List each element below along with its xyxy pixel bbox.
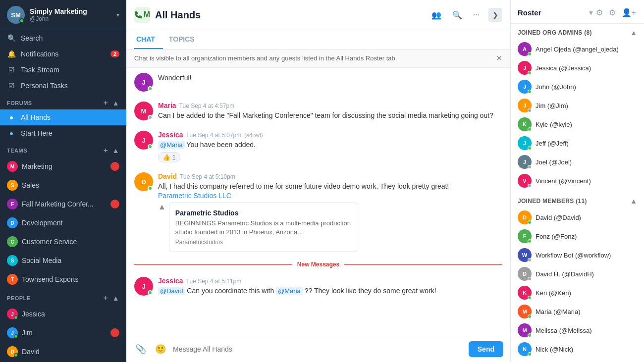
- roster-panel: Roster ▾ ⚙ ⚙ 👤+ JOINED ORG ADMINS (8) ▲ …: [510, 0, 644, 362]
- msg-body-david: David Tue Sep 4 at 5:10pm All, I had thi…: [158, 172, 502, 252]
- new-messages-divider: New Messages: [126, 257, 510, 272]
- msg-body-maria: Maria Tue Sep 4 at 4:57pm Can I be added…: [158, 102, 502, 121]
- dot-david-r: [528, 220, 532, 224]
- reaction-thumbs-up[interactable]: 👍 1: [158, 150, 502, 162]
- link-preview-card: Parametric Studios BEGINNINGS Parametric…: [169, 203, 357, 252]
- forums-section-title: FORUMS: [7, 100, 99, 106]
- message-group-maria: M Maria Tue Sep 4 at 4:57pm Can I be add…: [126, 97, 510, 126]
- message-group-wonderful: J Wonderful!: [126, 68, 510, 97]
- tab-topics[interactable]: TOPICS: [167, 30, 203, 49]
- sidebar-item-start-here[interactable]: ● Start Here: [0, 125, 126, 141]
- name-davidh: David H. (@DavidH): [536, 270, 594, 278]
- name-jessica-r: Jessica (@Jessica): [536, 64, 591, 72]
- people-add-button[interactable]: ＋: [102, 294, 109, 303]
- message-input[interactable]: [173, 345, 464, 353]
- personal-task-icon: ☑: [7, 82, 16, 90]
- roster-member-davidh: D David H. (@DavidH): [518, 264, 637, 283]
- sidebar-item-sales[interactable]: S Sales: [0, 176, 126, 195]
- sidebar-item-notifications[interactable]: 🔔 Notifications 2: [0, 46, 126, 62]
- sidebar-item-social-media[interactable]: S Social Media: [0, 251, 126, 270]
- sidebar-item-personal-tasks[interactable]: ☑ Personal Tasks: [0, 78, 126, 94]
- roster-select[interactable]: Roster: [518, 8, 589, 17]
- org-name: Simply Marketing: [30, 7, 116, 15]
- teams-collapse-button[interactable]: ▲: [112, 147, 119, 155]
- roster-add-button[interactable]: 👤+: [621, 7, 637, 18]
- msg-avatar-wonderful: J: [134, 73, 153, 92]
- chevron-roster-icon: ▾: [589, 8, 593, 17]
- new-messages-label: New Messages: [297, 261, 339, 268]
- emoji-button[interactable]: 🙂: [153, 342, 168, 357]
- expand-panel-button[interactable]: ❯: [488, 8, 502, 22]
- avatar-joel: J: [518, 155, 532, 169]
- msg-avatar-david: D: [134, 172, 153, 191]
- preview-toggle-button[interactable]: ▲: [158, 203, 166, 211]
- tab-chat[interactable]: CHAT: [134, 30, 163, 49]
- people-icon-button[interactable]: 👥: [429, 8, 443, 22]
- roster-member-ken: K Ken (@Ken): [518, 283, 637, 302]
- more-options-button[interactable]: ···: [471, 8, 482, 21]
- link-preview-url[interactable]: Parametric Studios LLC: [158, 192, 502, 200]
- msg-author-maria: Maria: [158, 102, 176, 109]
- name-maria-r: Maria (@Maria): [536, 308, 580, 315]
- jim-status: [14, 334, 18, 338]
- dot-davidh: [528, 277, 532, 281]
- attach-button[interactable]: 📎: [133, 342, 148, 357]
- roster-member-jessica: J Jessica (@Jessica): [518, 58, 637, 77]
- sidebar-item-marketing[interactable]: M Marketing: [0, 157, 126, 176]
- avatar-jessica-r: J: [518, 61, 532, 75]
- dot-jeff: [528, 146, 532, 150]
- fall-marketing-label: Fall Marketing Confer...: [22, 200, 110, 208]
- msg-time-maria: Tue Sep 4 at 4:57pm: [179, 103, 235, 109]
- sidebar-item-david[interactable]: D David: [0, 342, 126, 361]
- new-messages-line-left: [134, 264, 292, 265]
- roster-member-jeff: J Jeff (@Jeff): [518, 134, 637, 153]
- dot-workflow: [528, 258, 532, 262]
- roster-member-workflow: W Workflow Bot (@workflow): [518, 246, 637, 264]
- link-preview-title: Parametric Studios: [175, 209, 351, 217]
- msg-author-jessica: Jessica: [158, 131, 183, 139]
- roster-settings-button[interactable]: ⚙: [608, 7, 617, 18]
- avatar-fonz: F: [518, 229, 532, 243]
- msg-author-david: David: [158, 172, 177, 180]
- sidebar-item-all-hands[interactable]: ● All Hands: [0, 109, 126, 125]
- sidebar-item-fall-marketing[interactable]: F Fall Marketing Confer...: [0, 195, 126, 213]
- search-header-button[interactable]: 🔍: [450, 8, 464, 22]
- roster-admins-title: JOINED ORG ADMINS (8): [518, 29, 592, 36]
- roster-member-melissa: M Melissa (@Melissa): [518, 321, 637, 340]
- sidebar-item-development[interactable]: D Development: [0, 213, 126, 232]
- david-status: [14, 353, 18, 357]
- tabs: CHAT TOPICS: [126, 30, 510, 50]
- sidebar-header[interactable]: SM Simply Marketing @John ▾: [0, 0, 126, 30]
- link-preview-domain: Parametricstudios: [175, 239, 351, 246]
- teams-add-button[interactable]: ＋: [102, 146, 109, 155]
- forums-collapse-button[interactable]: ▲: [112, 99, 119, 107]
- info-banner-close-button[interactable]: ✕: [496, 54, 502, 62]
- forums-add-button[interactable]: ＋: [102, 99, 109, 107]
- roster-member-nick: N Nick (@Nick): [518, 340, 637, 359]
- roster-admins-collapse[interactable]: ▲: [630, 29, 637, 37]
- sidebar-item-townsend[interactable]: T Townsend Exports: [0, 270, 126, 289]
- avatar-jim-r: J: [518, 99, 532, 112]
- send-button[interactable]: Send: [469, 341, 503, 357]
- sidebar-item-task-stream[interactable]: ☑ Task Stream: [0, 62, 126, 78]
- roster-filter-button[interactable]: ⚙: [595, 7, 604, 18]
- roster-members-collapse[interactable]: ▲: [630, 197, 637, 205]
- reaction-emoji[interactable]: 👍 1: [158, 152, 180, 162]
- msg-status-jessica: [148, 144, 153, 149]
- sidebar-item-search[interactable]: 🔍 Search: [0, 30, 126, 46]
- task-icon: ☑: [7, 66, 16, 74]
- roster-members-title: JOINED MEMBERS (11): [518, 198, 587, 205]
- name-john: John (@John): [536, 83, 576, 91]
- dot-kyle: [528, 127, 532, 131]
- roster-admins-header: JOINED ORG ADMINS (8) ▲: [518, 29, 637, 37]
- name-joel: Joel (@Joel): [536, 158, 572, 166]
- sidebar-item-jim[interactable]: J Jim: [0, 323, 126, 342]
- jessica-avatar: J: [7, 309, 18, 319]
- message-group-jessica-new: J Jessica Tue Sep 4 at 5:11pm @David Can…: [126, 272, 510, 301]
- avatar-melissa: M: [518, 323, 532, 337]
- msg-author-jessica-new: Jessica: [158, 277, 183, 285]
- roster-member-fonz: F Fonz (@Fonz): [518, 227, 637, 246]
- sidebar-item-jessica[interactable]: J Jessica: [0, 305, 126, 323]
- people-collapse-button[interactable]: ▲: [112, 294, 119, 302]
- sidebar-item-customer-service[interactable]: C Customer Service: [0, 232, 126, 251]
